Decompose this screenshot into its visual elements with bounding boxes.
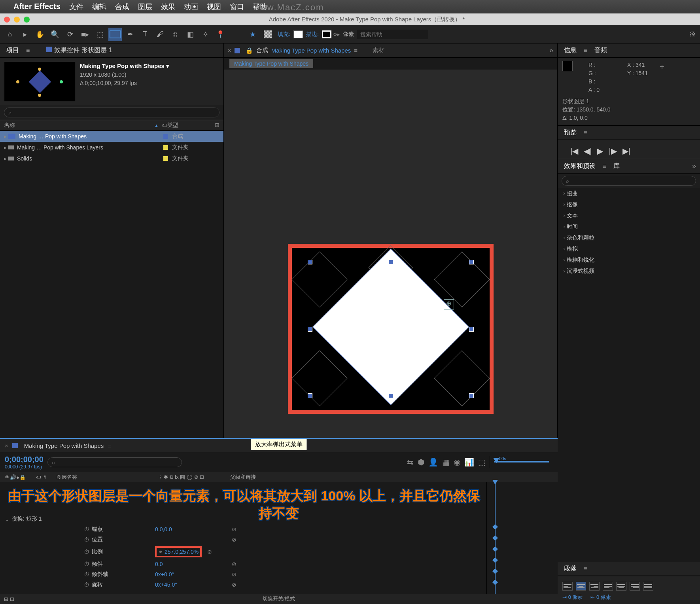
menu-effect[interactable]: 效果 (161, 2, 175, 11)
justify-right-icon[interactable] (630, 582, 640, 591)
type-tool-icon[interactable]: T (138, 28, 152, 41)
comp-name[interactable]: Making Type Pop with Shapes ▾ (80, 62, 169, 71)
project-row-folder[interactable]: ▸ Solids 文件夹 (0, 153, 223, 164)
close-comp-icon[interactable]: × (228, 47, 231, 54)
timeline-timecode[interactable]: 0;00;00;00 (5, 455, 44, 464)
stopwatch-icon[interactable]: ⏱ (84, 549, 89, 555)
indent-right-icon[interactable]: ⇤ 0 像素 (590, 594, 611, 601)
timeline-body[interactable]: 由于这个形状图层是一个向量元素，可以将其放大到 100% 以上，并且它仍然保 持… (0, 482, 558, 594)
preview-menu-icon[interactable]: ≡ (584, 129, 587, 136)
link-icon[interactable]: ⊘ (226, 581, 242, 588)
prop-scale[interactable]: ⏱比例⚭ 257.0,257.0%⊘ (0, 545, 558, 559)
minimize-window-icon[interactable] (14, 17, 20, 23)
prop-skew[interactable]: ⏱倾斜0.0⊘ (0, 559, 558, 569)
justify-center-icon[interactable] (616, 582, 626, 591)
keyframe-icon[interactable] (492, 557, 498, 563)
col-type-label[interactable]: 类型 (167, 122, 215, 129)
effects-menu-icon[interactable]: ≡ (603, 163, 606, 170)
col-label-icon[interactable]: 🏷 (36, 474, 41, 480)
hand-tool-icon[interactable]: ✋ (33, 28, 47, 41)
label-column-icon[interactable]: 🏷 (162, 122, 167, 128)
lock-icon[interactable]: 🔒 (246, 47, 253, 54)
fill-label[interactable]: 填充: (278, 31, 290, 38)
clone-tool-icon[interactable]: ⎌ (168, 28, 182, 41)
link-icon[interactable]: ⊘ (226, 536, 242, 543)
motion-blur-icon[interactable]: ◉ (454, 457, 460, 467)
chevron-right-icon[interactable]: » (549, 46, 553, 55)
library-tab[interactable]: 库 (611, 160, 622, 172)
pen-tool-icon[interactable]: ✒ (123, 28, 137, 41)
col-parent[interactable]: 父级和链接 (230, 474, 256, 481)
paragraph-menu-icon[interactable]: ≡ (584, 565, 587, 572)
comp-breadcrumb[interactable]: Making Type Pop with Shapes (229, 59, 313, 68)
comp-menu-icon[interactable]: ≡ (354, 47, 358, 54)
menu-view[interactable]: 视图 (207, 2, 221, 11)
effect-controls-tab[interactable]: 效果控件 形状图层 1 (54, 47, 112, 53)
next-frame-icon[interactable]: |▶ (609, 146, 617, 156)
project-row-folder[interactable]: ▸ Making … Pop with Shapes Layers 文件夹 (0, 142, 223, 153)
col-number[interactable]: # (44, 474, 46, 480)
paragraph-tab[interactable]: 段落 (562, 563, 579, 574)
menu-layer[interactable]: 图层 (138, 2, 152, 11)
flowchart-icon[interactable]: ⊞ (215, 122, 219, 129)
effect-category[interactable]: 扭曲 (558, 188, 700, 199)
effect-category[interactable]: 时间 (558, 221, 700, 232)
timeline-search-input[interactable] (47, 457, 182, 467)
comp-thumbnail[interactable] (4, 62, 75, 101)
rectangle-tool-icon[interactable] (108, 28, 122, 41)
toggle-modes-button[interactable]: 切换开关/模式 (263, 595, 295, 602)
stopwatch-icon[interactable]: ⏱ (84, 536, 89, 543)
project-row-comp[interactable]: ▸ Making … Pop with Shapes 合成 (0, 131, 223, 142)
link-icon[interactable]: ⊘ (226, 561, 242, 567)
draft3d-icon[interactable]: ⬢ (418, 457, 424, 467)
info-menu-icon[interactable]: ≡ (584, 47, 587, 54)
stopwatch-icon[interactable]: ⏱ (84, 561, 89, 567)
keyframe-icon[interactable] (492, 546, 498, 552)
effect-category[interactable]: 抠像 (558, 199, 700, 210)
brush-tool-icon[interactable]: 🖌 (153, 28, 167, 41)
menu-file[interactable]: 文件 (69, 2, 83, 11)
star-icon[interactable]: ★ (246, 28, 259, 41)
close-window-icon[interactable] (4, 17, 10, 23)
keyframe-icon[interactable] (492, 524, 498, 530)
stroke-label[interactable]: 描边: (306, 31, 319, 38)
toggle-switches-icon[interactable]: ⊞ ⊡ (4, 596, 14, 602)
menu-animation[interactable]: 动画 (184, 2, 198, 11)
last-frame-icon[interactable]: ▶| (622, 146, 630, 156)
audio-tab[interactable]: 音频 (592, 45, 609, 56)
effect-category[interactable]: 沉浸式视频 (558, 266, 700, 277)
col-name-label[interactable]: 名称 (4, 122, 15, 129)
effect-category[interactable]: 文本 (558, 210, 700, 221)
stroke-width-icon[interactable]: ⚙▸ (333, 32, 340, 37)
info-tab[interactable]: 信息 (562, 45, 579, 56)
menu-composition[interactable]: 合成 (115, 2, 129, 11)
prop-rotation[interactable]: ⏱旋转0x+45.0°⊘ (0, 579, 558, 590)
chevron-right-icon[interactable]: » (692, 162, 696, 170)
justify-all-icon[interactable] (643, 582, 653, 591)
source-tab[interactable]: 素材 (373, 47, 384, 54)
app-name[interactable]: After Effects (13, 2, 61, 11)
canvas[interactable]: ⊕ (292, 248, 490, 410)
col-switches[interactable]: ♀ ✱ ⧉ fx 圓 ◯ ⊘ ⊡ (159, 474, 204, 481)
align-left-icon[interactable] (562, 582, 573, 591)
effect-category[interactable]: 模拟 (558, 243, 700, 255)
zoom-tool-icon[interactable]: 🔍 (48, 28, 62, 41)
checker-icon[interactable] (261, 28, 274, 41)
prev-frame-icon[interactable]: ◀| (584, 146, 592, 156)
eraser-tool-icon[interactable]: ◧ (184, 28, 197, 41)
link-icon[interactable]: ⊘ (226, 571, 242, 578)
link-icon[interactable]: ⊘ (202, 549, 218, 555)
menu-window[interactable]: 窗口 (230, 2, 244, 11)
stopwatch-icon[interactable]: ⏱ (84, 571, 89, 578)
first-frame-icon[interactable]: |◀ (570, 146, 578, 156)
chain-icon[interactable]: ⚭ (158, 549, 163, 555)
project-menu-icon[interactable]: ≡ (26, 47, 30, 54)
selection-tool-icon[interactable]: ▸ (18, 28, 32, 41)
stopwatch-icon[interactable]: ⏱ (84, 581, 89, 588)
align-center-icon[interactable] (576, 582, 586, 591)
shy-icon[interactable]: 👤 (428, 457, 438, 467)
fill-swatch[interactable] (293, 30, 303, 38)
link-icon[interactable]: ⊘ (226, 526, 242, 532)
av-toggles-icon[interactable]: 👁🔊●🔒 (5, 474, 26, 480)
preview-tab[interactable]: 预览 (562, 127, 579, 138)
